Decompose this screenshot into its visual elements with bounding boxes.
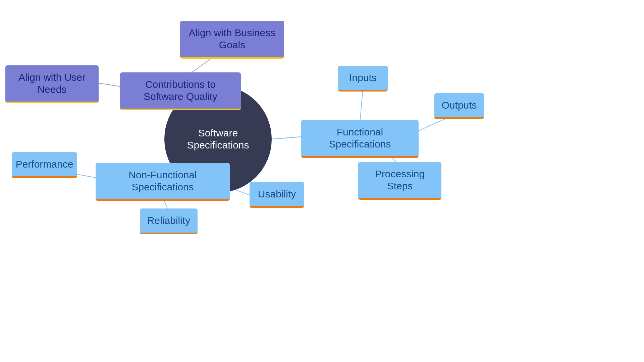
node-functional-specs[interactable]: Functional Specifications — [301, 120, 419, 158]
center-node-label: Software Specifications — [164, 121, 272, 157]
node-nonfunctional-specs[interactable]: Non-Functional Specifications — [96, 163, 230, 201]
outputs-label: Outputs — [434, 93, 484, 117]
node-reliability[interactable]: Reliability — [140, 208, 198, 234]
functional-label: Functional Specifications — [301, 120, 419, 156]
svg-line-3 — [272, 137, 301, 139]
reliability-label: Reliability — [140, 208, 198, 233]
processing-label: Processing Steps — [358, 162, 441, 198]
node-quality[interactable]: Contributions to Software Quality — [120, 72, 241, 110]
nonfunctional-label: Non-Functional Specifications — [96, 163, 230, 199]
inputs-label: Inputs — [342, 66, 384, 90]
node-performance[interactable]: Performance — [12, 152, 77, 178]
node-inputs[interactable]: Inputs — [338, 66, 388, 92]
user-needs-label: Align with User Needs — [5, 65, 99, 102]
usability-label: Usability — [251, 182, 303, 206]
quality-label: Contributions to Software Quality — [120, 72, 241, 109]
svg-line-4 — [360, 88, 363, 123]
node-processing-steps[interactable]: Processing Steps — [358, 162, 441, 200]
performance-label: Performance — [8, 152, 81, 176]
node-business-goals[interactable]: Align with Business Goals — [180, 21, 284, 59]
svg-line-2 — [99, 83, 120, 86]
business-goals-label: Align with Business Goals — [180, 21, 284, 57]
node-outputs[interactable]: Outputs — [434, 93, 484, 119]
node-usability[interactable]: Usability — [250, 182, 304, 208]
node-user-needs[interactable]: Align with User Needs — [5, 65, 99, 103]
